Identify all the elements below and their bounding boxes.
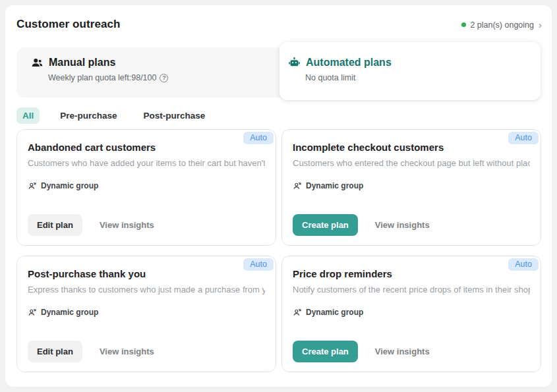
chevron-right-icon: ›: [539, 20, 542, 30]
automated-plans-quota: No quota limit: [305, 73, 355, 82]
dynamic-group-icon: [28, 308, 37, 317]
dynamic-group-icon: [293, 181, 302, 190]
people-icon: [31, 57, 44, 69]
ongoing-plans-link[interactable]: 2 plan(s) ongoing ›: [461, 20, 542, 30]
card-description: Customers who entered the checkout page …: [293, 158, 530, 168]
plan-cards-grid: Auto Abandoned cart customers Customers …: [16, 129, 541, 372]
filter-pre-purchase[interactable]: Pre-purchase: [54, 107, 123, 124]
view-insights-link[interactable]: View insights: [375, 220, 430, 230]
filter-post-purchase[interactable]: Post-purchase: [138, 107, 212, 124]
automated-plans-title: Automated plans: [306, 57, 392, 69]
plan-card-price-drop-reminders: Auto Price drop reminders Notify custome…: [281, 256, 541, 372]
dynamic-group-label: Dynamic group: [41, 308, 98, 317]
customer-outreach-panel: Customer outreach 2 plan(s) ongoing › Ma…: [5, 5, 552, 387]
card-title: Abandoned cart customers: [28, 142, 265, 153]
filter-tabs: All Pre-purchase Post-purchase: [16, 106, 211, 125]
auto-badge: Auto: [508, 132, 539, 144]
dynamic-group-label: Dynamic group: [306, 181, 363, 190]
robot-icon: [288, 57, 301, 69]
card-title: Post-purchase thank you: [28, 268, 265, 279]
card-title: Price drop reminders: [293, 268, 530, 279]
plan-card-abandoned-cart: Auto Abandoned cart customers Customers …: [16, 129, 276, 246]
ongoing-plans-label: 2 plan(s) ongoing: [470, 20, 534, 30]
dynamic-group-tag: Dynamic group: [293, 181, 530, 190]
page-title: Customer outreach: [16, 18, 121, 31]
dynamic-group-label: Dynamic group: [306, 308, 363, 317]
card-title: Incomplete checkout customers: [293, 142, 530, 153]
plan-card-post-purchase-thank-you: Auto Post-purchase thank you Express tha…: [16, 256, 276, 372]
view-insights-link[interactable]: View insights: [100, 347, 154, 356]
dynamic-group-tag: Dynamic group: [28, 181, 265, 190]
view-insights-link[interactable]: View insights: [375, 347, 430, 356]
view-insights-link[interactable]: View insights: [100, 220, 154, 230]
dynamic-group-label: Dynamic group: [41, 181, 98, 190]
help-icon[interactable]: ?: [160, 74, 168, 82]
edit-plan-button[interactable]: Edit plan: [28, 214, 82, 236]
ongoing-status-dot: [461, 22, 466, 27]
card-description: Customers who have added your items to t…: [28, 158, 265, 168]
auto-badge: Auto: [243, 132, 274, 144]
card-description: Express thanks to customers who just mad…: [28, 285, 265, 294]
tab-manual-plans[interactable]: Manual plans Weekly plan quota left:98/1…: [31, 57, 168, 82]
auto-badge: Auto: [508, 258, 539, 271]
auto-badge: Auto: [243, 258, 274, 271]
filter-all[interactable]: All: [16, 107, 40, 124]
create-plan-button[interactable]: Create plan: [293, 214, 358, 236]
tab-automated-plans[interactable]: Automated plans No quota limit: [279, 42, 541, 100]
manual-plans-title: Manual plans: [49, 57, 115, 69]
plan-type-selector: Manual plans Weekly plan quota left:98/1…: [16, 42, 541, 100]
edit-plan-button[interactable]: Edit plan: [28, 341, 82, 362]
plan-card-incomplete-checkout: Auto Incomplete checkout customers Custo…: [281, 129, 541, 246]
dynamic-group-tag: Dynamic group: [28, 308, 265, 317]
card-description: Notify customers of the recent price dro…: [293, 285, 530, 294]
dynamic-group-icon: [293, 308, 302, 317]
dynamic-group-tag: Dynamic group: [293, 308, 530, 317]
create-plan-button[interactable]: Create plan: [293, 341, 358, 362]
dynamic-group-icon: [28, 181, 37, 190]
manual-plans-quota: Weekly plan quota left:98/100: [48, 73, 156, 82]
